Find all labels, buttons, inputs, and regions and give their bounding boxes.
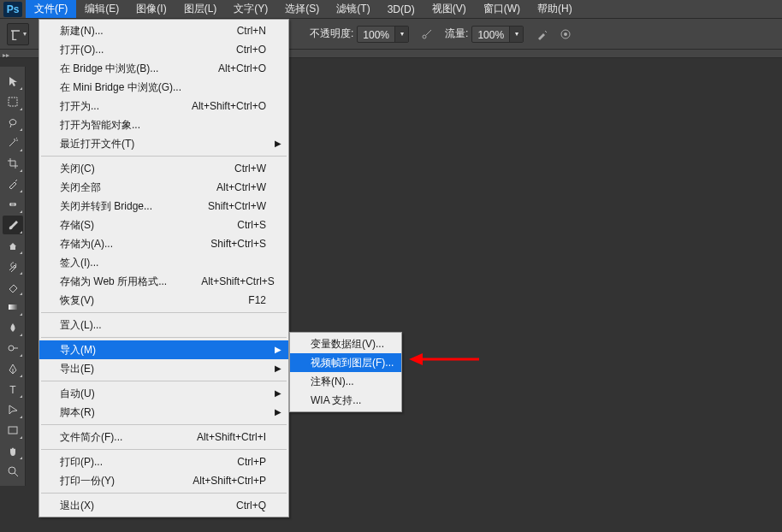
menu-close-all[interactable]: 关闭全部Alt+Ctrl+W [39,178,288,197]
eyedropper-tool[interactable] [3,174,23,193]
history-brush-tool[interactable] [3,257,23,275]
menu-export[interactable]: 导出(E)▶ [39,359,288,378]
flow-label: 流量: [445,27,468,41]
menu-scripts[interactable]: 脚本(R)▶ [39,403,288,422]
menu-save-for-web[interactable]: 存储为 Web 所用格式...Alt+Shift+Ctrl+S [39,272,288,291]
menu-separator [41,381,287,381]
menu-open[interactable]: 打开(O)...Ctrl+O [39,40,288,59]
menu-separator [41,424,287,425]
menu-wia-support[interactable]: WIA 支持... [290,391,401,410]
menu-3d[interactable]: 3D(D) [379,0,424,18]
eraser-tool[interactable] [3,277,23,296]
healing-brush-tool[interactable] [3,195,23,214]
menu-notes[interactable]: 注释(N)... [290,372,401,391]
lasso-tool[interactable] [3,113,23,132]
tool-preset-icon[interactable]: ▾ [7,23,29,45]
path-selection-tool[interactable] [3,400,23,419]
menu-open-smart-object[interactable]: 打开为智能对象... [39,115,288,134]
menu-close[interactable]: 关闭(C)Ctrl+W [39,159,288,178]
svg-rect-6 [9,203,16,206]
svg-point-11 [9,467,15,474]
svg-text:Ps: Ps [7,3,20,15]
menu-import[interactable]: 导入(M)▶ [39,340,288,359]
menu-separator [41,312,287,313]
pressure-opacity-icon[interactable] [421,28,433,40]
import-submenu: 变量数据组(V)... 视频帧到图层(F)... 注释(N)... WIA 支持… [289,332,402,412]
flow-value: 100% [472,27,509,42]
menu-save-as[interactable]: 存储为(A)...Shift+Ctrl+S [39,234,288,253]
pen-tool[interactable] [3,359,23,378]
svg-rect-10 [9,427,17,434]
opacity-group: 不透明度: 100% ▾ [310,26,409,43]
svg-text:T: T [9,384,16,395]
move-tool[interactable] [3,72,23,91]
chevron-down-icon[interactable]: ▾ [394,27,408,42]
menu-layer[interactable]: 图层(L) [175,0,226,18]
hand-tool[interactable] [3,441,23,460]
menu-close-goto-bridge[interactable]: 关闭并转到 Bridge...Shift+Ctrl+W [39,197,288,216]
crop-tool[interactable] [3,154,23,173]
rectangle-tool[interactable] [3,421,23,440]
menu-type[interactable]: 文字(Y) [225,0,276,18]
menu-file-info[interactable]: 文件简介(F)...Alt+Shift+Ctrl+I [39,428,288,446]
menu-automate[interactable]: 自动(U)▶ [39,384,288,403]
menu-edit[interactable]: 编辑(E) [76,0,127,18]
opacity-label: 不透明度: [310,27,353,41]
file-menu: 新建(N)...Ctrl+N 打开(O)...Ctrl+O 在 Bridge 中… [39,19,289,517]
menu-exit[interactable]: 退出(X)Ctrl+Q [39,496,288,515]
menu-separator [41,493,287,494]
blur-tool[interactable] [3,318,23,337]
menu-print-one[interactable]: 打印一份(Y)Alt+Shift+Ctrl+P [39,471,288,490]
airbrush-icon[interactable] [536,28,548,40]
menu-open-as[interactable]: 打开为...Alt+Shift+Ctrl+O [39,97,288,115]
tools-panel: T [0,67,26,486]
menu-save[interactable]: 存储(S)Ctrl+S [39,216,288,234]
flow-group: 流量: 100% ▾ [445,26,524,43]
menu-browse-mini-bridge[interactable]: 在 Mini Bridge 中浏览(G)... [39,78,288,97]
brush-tool[interactable] [3,216,23,234]
marquee-tool[interactable] [3,92,23,111]
menu-filter[interactable]: 滤镜(T) [328,0,378,18]
menu-new[interactable]: 新建(N)...Ctrl+N [39,21,288,40]
opacity-value: 100% [358,27,394,42]
menu-help[interactable]: 帮助(H) [529,0,581,18]
svg-rect-7 [9,304,17,310]
type-tool[interactable]: T [3,380,23,399]
menu-print[interactable]: 打印(P)...Ctrl+P [39,452,288,471]
dodge-tool[interactable] [3,339,23,358]
menu-separator [41,156,287,157]
menu-check-in[interactable]: 签入(I)... [39,253,288,272]
menu-image[interactable]: 图像(I) [127,0,175,18]
flow-dropdown[interactable]: 100% ▾ [471,26,524,43]
menu-variable-data-sets[interactable]: 变量数据组(V)... [290,334,401,353]
menu-bar: Ps 文件(F) 编辑(E) 图像(I) 图层(L) 文字(Y) 选择(S) 滤… [0,0,782,19]
zoom-tool[interactable] [3,462,23,481]
gradient-tool[interactable] [3,298,23,316]
chevron-down-icon[interactable]: ▾ [509,27,523,42]
pressure-size-icon[interactable] [560,28,572,40]
menu-revert[interactable]: 恢复(V)F12 [39,291,288,310]
svg-point-4 [564,33,567,36]
toolbox-toggle-icon[interactable]: ▸▸ [3,51,9,59]
annotation-arrow [409,352,479,366]
ps-logo: Ps [0,0,26,18]
menu-open-recent[interactable]: 最近打开文件(T)▶ [39,134,288,153]
clone-stamp-tool[interactable] [3,236,23,255]
svg-point-8 [9,346,14,351]
menu-place[interactable]: 置入(L)... [39,316,288,334]
magic-wand-tool[interactable] [3,133,23,152]
menu-separator [41,449,287,450]
menu-window[interactable]: 窗口(W) [475,0,529,18]
svg-point-2 [423,35,426,38]
menu-separator [41,337,287,338]
menu-view[interactable]: 视图(V) [424,0,475,18]
svg-rect-5 [9,98,17,106]
menu-browse-bridge[interactable]: 在 Bridge 中浏览(B)...Alt+Ctrl+O [39,59,288,78]
menu-select[interactable]: 选择(S) [276,0,328,18]
menu-video-frames-to-layers[interactable]: 视频帧到图层(F)... [290,353,401,372]
menu-file[interactable]: 文件(F) [26,0,76,18]
opacity-dropdown[interactable]: 100% ▾ [357,26,409,43]
